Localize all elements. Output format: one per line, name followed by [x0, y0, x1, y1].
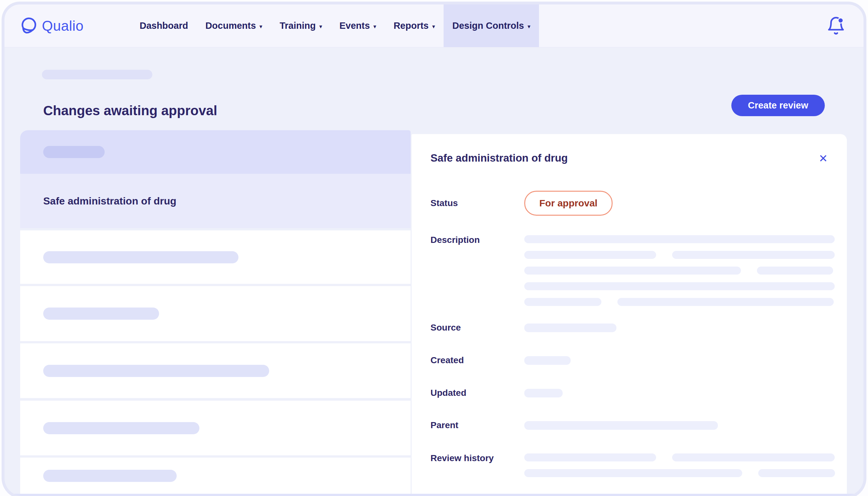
skeleton-bar [43, 422, 199, 434]
content-area: Changes awaiting approval Create review … [4, 47, 864, 496]
field-review-history: Review history [431, 453, 835, 485]
skeleton-bar [524, 469, 742, 477]
field-status: Status For approval [431, 191, 835, 216]
list-item[interactable] [20, 401, 410, 455]
list-item[interactable] [20, 286, 410, 341]
nav-item-label: Reports [394, 20, 429, 31]
create-review-button[interactable]: Create review [731, 95, 825, 116]
parent-label: Parent [431, 420, 524, 430]
nav-item-label: Design Controls [452, 20, 524, 31]
chevron-down-icon: ▾ [432, 23, 435, 30]
close-icon[interactable]: ✕ [816, 151, 830, 166]
notification-dot [838, 18, 843, 23]
list-item-title: Safe administration of drug [20, 195, 176, 207]
chevron-down-icon: ▾ [527, 23, 530, 30]
list-item[interactable] [20, 343, 410, 398]
detail-panel: Safe administration of drug ✕ Status For… [412, 134, 847, 494]
nav-item-label: Events [339, 20, 370, 31]
list-item-safe-administration[interactable]: Safe administration of drug [20, 174, 410, 228]
skeleton-bar [43, 470, 177, 482]
detail-panel-title: Safe administration of drug [431, 152, 568, 164]
field-parent: Parent [431, 420, 835, 430]
nav-item-training[interactable]: Training ▾ [271, 4, 331, 47]
skeleton-bar [672, 453, 835, 462]
skeleton-bar [524, 235, 835, 243]
changes-list: Safe administration of drug [20, 130, 410, 494]
skeleton-bar [524, 298, 601, 306]
chevron-down-icon: ▾ [260, 23, 262, 30]
skeleton-bar [672, 251, 835, 259]
field-updated: Updated [431, 388, 835, 398]
status-badge: For approval [524, 191, 613, 216]
field-source: Source [431, 323, 835, 332]
page-title: Changes awaiting approval [43, 103, 217, 119]
list-item[interactable] [20, 230, 410, 284]
field-description: Description [431, 235, 835, 314]
nav-item-label: Training [280, 20, 316, 31]
nav-item-dashboard[interactable]: Dashboard [131, 4, 197, 47]
brand-name: Qualio [42, 18, 83, 34]
field-created: Created [431, 356, 835, 365]
nav-item-documents[interactable]: Documents ▾ [197, 4, 271, 47]
bell-icon [826, 16, 846, 36]
skeleton-bar [524, 389, 563, 398]
skeleton-bar [524, 421, 718, 430]
nav-item-label: Dashboard [140, 20, 188, 31]
nav-item-events[interactable]: Events ▾ [331, 4, 385, 47]
skeleton-bar [757, 266, 833, 275]
nav-item-reports[interactable]: Reports ▾ [385, 4, 444, 47]
description-label: Description [431, 235, 524, 245]
notifications-bell-button[interactable] [826, 16, 846, 36]
app-window: Qualio Dashboard Documents ▾ Training ▾ … [4, 4, 864, 496]
skeleton-bar [524, 251, 656, 259]
skeleton-bar [43, 251, 238, 263]
nav-item-design-controls[interactable]: Design Controls ▾ [444, 4, 539, 47]
skeleton-bar [617, 298, 834, 306]
source-label: Source [431, 323, 524, 332]
skeleton-bar [524, 266, 741, 275]
list-item-placeholder[interactable] [20, 130, 410, 174]
chevron-down-icon: ▾ [373, 23, 376, 30]
skeleton-bar [43, 308, 159, 320]
skeleton-bar [524, 453, 656, 462]
skeleton-bar [43, 365, 269, 377]
skeleton-bar [524, 324, 617, 332]
list-item[interactable] [20, 458, 410, 494]
skeleton-bar [758, 469, 835, 477]
chevron-down-icon: ▾ [319, 23, 322, 30]
updated-label: Updated [431, 388, 524, 398]
created-label: Created [431, 356, 524, 365]
skeleton-bar [42, 70, 152, 79]
review-history-label: Review history [431, 453, 524, 463]
qualio-logo[interactable]: Qualio [20, 4, 83, 47]
status-label: Status [431, 198, 524, 208]
skeleton-bar [43, 146, 105, 158]
skeleton-bar [524, 282, 835, 290]
nav-item-label: Documents [205, 20, 256, 31]
skeleton-bar [524, 356, 571, 365]
top-nav: Qualio Dashboard Documents ▾ Training ▾ … [4, 4, 864, 47]
qualio-logo-icon [20, 16, 37, 36]
